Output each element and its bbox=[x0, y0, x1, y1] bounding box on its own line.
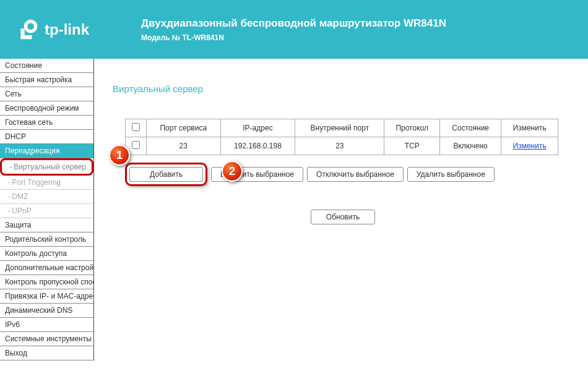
col-edit: Изменить bbox=[501, 119, 558, 137]
svg-rect-2 bbox=[20, 35, 32, 39]
cell-protocol: TCP bbox=[384, 137, 440, 155]
sidebar-item-dhcp[interactable]: DHCP bbox=[0, 130, 93, 144]
device-title: Двухдиапазонный беспроводной маршрутизат… bbox=[141, 17, 446, 30]
sidebar-item-systools[interactable]: Системные инструменты bbox=[0, 332, 93, 346]
col-internal-port: Внутренний порт bbox=[295, 119, 384, 137]
virtual-server-table: Порт сервиса IP-адрес Внутренний порт Пр… bbox=[125, 119, 558, 155]
cell-service-port: 23 bbox=[147, 137, 221, 155]
content-area: Виртуальный сервер Порт сервиса IP-адрес… bbox=[94, 59, 588, 360]
page-title: Виртуальный сервер bbox=[113, 83, 573, 94]
device-model: Модель № TL-WR841N bbox=[141, 33, 446, 42]
sidebar-item-network[interactable]: Сеть bbox=[0, 87, 93, 101]
sidebar-item-parental[interactable]: Родительский контроль bbox=[0, 232, 93, 247]
add-button-callout: Добавить bbox=[125, 163, 207, 186]
svg-point-0 bbox=[26, 21, 36, 31]
sidebar-item-guest[interactable]: Гостевая сеть bbox=[0, 116, 93, 130]
edit-link[interactable]: Изменить bbox=[513, 142, 547, 150]
table-header-row: Порт сервиса IP-адрес Внутренний порт Пр… bbox=[126, 119, 558, 137]
sidebar-item-access[interactable]: Контроль доступа bbox=[0, 247, 93, 261]
cell-ip: 192.168.0.198 bbox=[220, 137, 295, 155]
table-row: 23 192.168.0.198 23 TCP Включено Изменит… bbox=[126, 137, 558, 155]
select-all-checkbox[interactable] bbox=[132, 123, 140, 131]
sidebar-item-ddns[interactable]: Динамический DNS bbox=[0, 304, 93, 318]
sidebar-sub-upnp[interactable]: - UPnP bbox=[0, 204, 93, 218]
sidebar-sub-dmz[interactable]: - DMZ bbox=[0, 190, 93, 204]
disable-selected-button[interactable]: Отключить выбранное bbox=[307, 167, 404, 182]
sidebar-item-advanced[interactable]: Дополнительные настройки bbox=[0, 261, 93, 275]
sidebar-sub-virtual-server[interactable]: - Виртуальный сервер bbox=[0, 158, 93, 176]
col-protocol: Протокол bbox=[384, 119, 440, 137]
annotation-marker-2: 2 bbox=[222, 161, 243, 182]
sidebar-item-ipv6[interactable]: IPv6 bbox=[0, 318, 93, 332]
sidebar-item-status[interactable]: Состояние bbox=[0, 59, 93, 73]
logo-area: tp-link bbox=[17, 19, 123, 41]
sidebar-item-quicksetup[interactable]: Быстрая настройка bbox=[0, 73, 93, 87]
row-checkbox[interactable] bbox=[132, 141, 140, 149]
annotation-marker-1: 1 bbox=[109, 145, 130, 166]
cell-internal-port: 23 bbox=[295, 137, 384, 155]
add-button[interactable]: Добавить bbox=[129, 167, 203, 182]
sidebar: Состояние Быстрая настройка Сеть Беспров… bbox=[0, 59, 94, 360]
sidebar-item-forwarding[interactable]: Переадресация bbox=[0, 144, 93, 158]
col-service-port: Порт сервиса bbox=[147, 119, 221, 137]
sidebar-item-bandwidth[interactable]: Контроль пропускной способности bbox=[0, 275, 93, 289]
header-bar: tp-link Двухдиапазонный беспроводной мар… bbox=[0, 0, 588, 59]
sidebar-item-wireless[interactable]: Беспроводной режим bbox=[0, 101, 93, 116]
sidebar-item-logout[interactable]: Выход bbox=[0, 346, 93, 360]
tplink-logo-icon bbox=[17, 19, 40, 41]
delete-selected-button[interactable]: Удалить выбранное bbox=[407, 167, 495, 182]
header-title-area: Двухдиапазонный беспроводной маршрутизат… bbox=[141, 17, 446, 42]
refresh-button[interactable]: Обновить bbox=[311, 210, 375, 224]
col-state: Состояние bbox=[440, 119, 501, 137]
col-ip: IP-адрес bbox=[220, 119, 295, 137]
sidebar-sub-port-triggering[interactable]: - Port Triggering bbox=[0, 176, 93, 190]
brand-text: tp-link bbox=[45, 21, 89, 38]
sidebar-item-ipmac[interactable]: Привязка IP- и MAC-адресов bbox=[0, 289, 93, 304]
sidebar-item-security[interactable]: Защита bbox=[0, 218, 93, 232]
cell-state: Включено bbox=[440, 137, 501, 155]
refresh-row: Обновить bbox=[113, 210, 573, 224]
action-button-row: Добавить Включить выбранное Отключить вы… bbox=[125, 163, 573, 186]
